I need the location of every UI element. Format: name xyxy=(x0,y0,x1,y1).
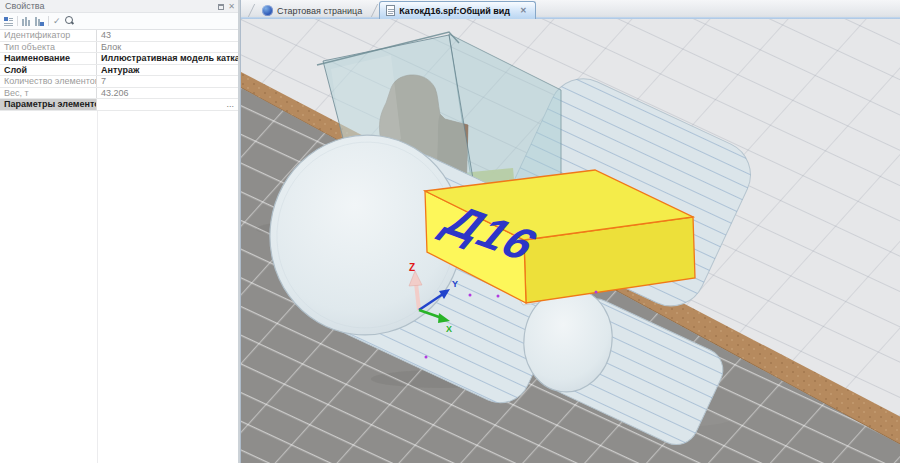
tab-label: Стартовая страница xyxy=(277,6,362,16)
property-value[interactable]: ... xyxy=(97,99,238,110)
axis-x-label: X xyxy=(446,324,452,334)
table-row: Слой Антураж xyxy=(0,65,238,77)
table-column-divider xyxy=(97,111,98,463)
table-row: Количество элементов 7 xyxy=(0,76,238,88)
tab-katok-d16-document[interactable]: КатокД16.spf:Общий вид ✕ xyxy=(379,1,536,19)
pin-icon[interactable] xyxy=(218,4,224,10)
table-row-selected[interactable]: Параметры элементов ... xyxy=(0,99,238,111)
property-label: Вес, т xyxy=(0,88,97,99)
property-value[interactable]: 43 xyxy=(97,30,238,41)
search-icon[interactable] xyxy=(65,16,75,26)
property-label: Количество элементов xyxy=(0,76,97,87)
property-value[interactable]: 7 xyxy=(97,76,238,87)
document-tab-bar: Стартовая страница КатокД16.spf:Общий ви… xyxy=(240,0,900,19)
property-label: Параметры элементов xyxy=(0,99,97,110)
properties-toolbar: ✓ xyxy=(0,13,238,30)
table-row: Вес, т 43.206 xyxy=(0,88,238,100)
app-logo-icon xyxy=(262,5,273,16)
sort-filter-icon[interactable] xyxy=(35,17,44,26)
properties-panel: Свойства ✕ ✓ Идентификатор 43 Тип объект… xyxy=(0,0,240,463)
tab-separator xyxy=(371,4,378,17)
property-value[interactable]: Антураж xyxy=(97,65,238,76)
table-row: Тип объекта Блок xyxy=(0,42,238,54)
table-row: Наименование Иллюстративная модель катка… xyxy=(0,53,238,65)
property-label: Наименование xyxy=(0,53,97,64)
property-label: Идентификатор xyxy=(0,30,97,41)
document-icon xyxy=(386,5,395,16)
properties-panel-title: Свойства xyxy=(5,1,45,11)
tab-label: КатокД16.spf:Общий вид xyxy=(399,6,510,16)
close-icon[interactable]: ✕ xyxy=(228,3,235,11)
cad-application-window: Свойства ✕ ✓ Идентификатор 43 Тип объект… xyxy=(0,0,900,463)
toolbar-separator xyxy=(17,16,18,26)
toolbar-separator xyxy=(48,16,49,26)
axis-z-label: Z xyxy=(409,262,415,273)
axis-y-label: Y xyxy=(452,279,458,289)
check-icon[interactable]: ✓ xyxy=(53,17,61,26)
3d-viewport[interactable]: Д16 Z Y X xyxy=(240,19,900,463)
property-value[interactable]: Иллюстративная модель катка Д16. xyxy=(97,53,238,64)
property-value[interactable]: 43.206 xyxy=(97,88,238,99)
properties-table: Идентификатор 43 Тип объекта Блок Наимен… xyxy=(0,30,238,111)
tab-close-icon[interactable]: ✕ xyxy=(520,7,527,15)
tab-start-page[interactable]: Стартовая страница xyxy=(256,2,370,19)
category-view-icon[interactable] xyxy=(4,17,13,26)
tab-separator xyxy=(248,4,255,17)
properties-panel-titlebar: Свойства ✕ xyxy=(0,0,238,13)
property-label: Тип объекта xyxy=(0,42,97,53)
table-row: Идентификатор 43 xyxy=(0,30,238,42)
property-label: Слой xyxy=(0,65,97,76)
ellipsis-button[interactable]: ... xyxy=(226,99,234,110)
sort-icon[interactable] xyxy=(22,17,31,26)
property-value[interactable]: Блок xyxy=(97,42,238,53)
3d-scene-canvas[interactable]: Д16 Z Y X xyxy=(241,19,900,463)
